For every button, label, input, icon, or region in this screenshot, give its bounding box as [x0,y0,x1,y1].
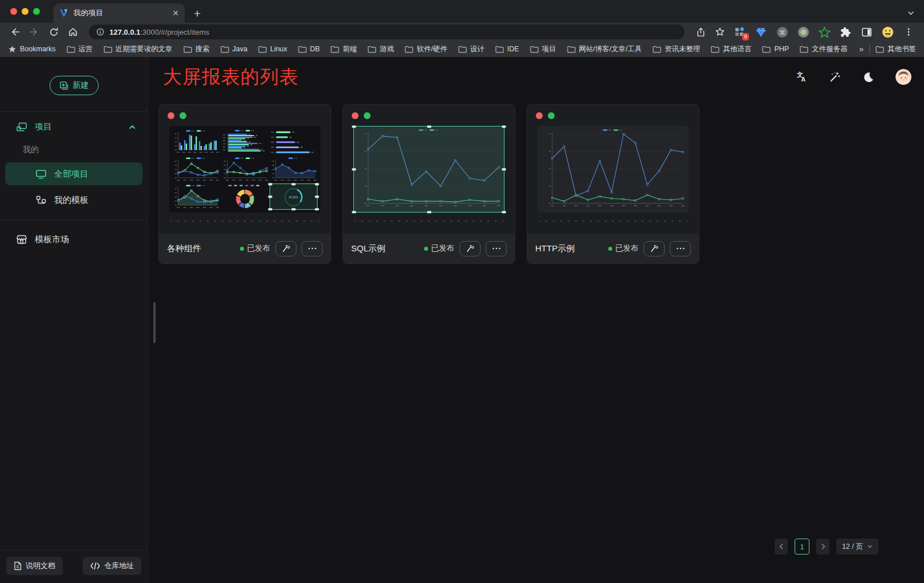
bookmark-folder[interactable]: 前端 [331,44,357,54]
bookmark-folder[interactable]: 资讯未整理 [653,44,701,54]
bookmark-folder[interactable]: 近期需要读的文章 [104,44,173,54]
bookmark-folder[interactable]: PHP [762,45,789,53]
next-page-button[interactable] [816,539,829,555]
language-icon[interactable]: 文A [795,71,807,83]
more-button[interactable] [486,241,507,256]
edit-button[interactable] [275,241,296,256]
scrollbar-thumb[interactable] [153,302,156,343]
back-icon[interactable] [7,25,23,39]
sidebar-item-my-templates[interactable]: 我的模板 [5,189,143,211]
edit-button[interactable] [459,241,481,256]
gem-extension-icon[interactable] [755,26,767,38]
sidebar-item-template-market[interactable]: 模板市场 [0,227,148,251]
more-button[interactable] [302,241,323,256]
new-tab-button[interactable]: + [194,7,201,19]
star-extension-icon[interactable] [818,26,831,38]
docs-button[interactable]: 说明文档 [6,557,63,575]
selection-overlay[interactable] [270,184,318,210]
user-avatar[interactable] [895,69,911,85]
bookmark-folder[interactable]: Linux [258,45,287,53]
bookmark-folder[interactable]: Java [221,45,247,53]
status-label: 已发布 [616,243,639,254]
blocks-extension-icon[interactable]: 9 [734,26,746,38]
selection-overlay[interactable] [353,126,504,213]
prev-page-button[interactable] [775,539,788,555]
bookmark-folder[interactable]: 软件/硬件 [405,44,447,54]
resize-handle[interactable] [427,125,431,128]
chevron-up-icon[interactable] [128,123,136,131]
resize-handle[interactable] [502,125,506,128]
resize-handle[interactable] [427,211,431,213]
tab-search-icon[interactable] [907,9,915,17]
forward-icon[interactable] [26,25,42,39]
goview-app: 新建 项目 我的 全部项目 我的模板 模板市场 说明文档 [0,57,924,583]
bookmarks-root[interactable]: Bookmarks [8,45,56,54]
bookmark-star-icon[interactable] [712,25,728,39]
reload-icon[interactable] [46,25,62,39]
resize-handle[interactable] [502,211,506,213]
project-preview[interactable]: 25.00% [169,126,320,213]
bookmark-folder[interactable]: 设计 [458,44,485,54]
bookmark-folder-label: 游戏 [380,44,394,54]
current-page-button[interactable]: 1 [795,539,809,555]
browser-tab[interactable]: 我的项目 ✕ [54,3,185,23]
edit-button[interactable] [644,241,665,256]
resize-handle[interactable] [352,125,356,128]
maximize-window-button[interactable] [33,8,40,15]
resize-handle[interactable] [315,195,319,198]
close-window-button[interactable] [10,8,17,15]
browser-menu-icon[interactable] [902,26,915,38]
card-status-dots [159,105,331,124]
command-extension-icon[interactable]: ⌘ [776,26,788,38]
page-size-select[interactable]: 12 / 页 [836,539,878,555]
bookmark-folder[interactable]: 运营 [67,44,93,54]
resize-handle[interactable] [352,168,356,170]
resize-handle[interactable] [268,208,272,210]
resize-handle[interactable] [502,168,506,170]
bookmark-folder[interactable]: IDE [495,45,519,53]
project-preview[interactable] [353,126,504,213]
new-project-button[interactable]: 新建 [50,76,99,95]
repo-button[interactable]: 仓库地址 [83,557,141,575]
status-dot-icon [240,247,244,251]
resize-handle[interactable] [315,183,319,185]
magic-wand-icon[interactable] [828,71,841,83]
puzzle-extensions-icon[interactable] [839,26,852,38]
bookmark-folder[interactable]: 其他语言 [711,44,751,54]
other-bookmarks[interactable]: 其他书签 [876,44,916,54]
dot-extension-icon[interactable] [797,26,809,38]
bookmark-folder-label: Java [233,45,247,53]
bookmark-folder-label: 网站/博客/文章/工具 [579,44,642,54]
share-icon[interactable] [693,25,709,39]
url-bar[interactable]: 127.0.0.1:3000/#/project/items [89,25,685,39]
side-panel-icon[interactable] [860,26,873,38]
folder-icon [331,46,339,53]
bookmark-folder[interactable]: 搜索 [184,44,210,54]
site-info-icon[interactable] [96,28,104,36]
minimize-window-button[interactable] [22,8,29,15]
folder-icon [800,46,808,53]
project-preview[interactable] [538,126,689,213]
resize-handle[interactable] [352,211,356,213]
sidebar-group-project[interactable]: 项目 [0,112,148,138]
folder-icon [495,46,504,53]
resize-handle[interactable] [315,208,319,210]
bookmark-folder[interactable]: DB [298,45,320,53]
folder-icon [458,46,467,53]
bookmark-folder[interactable]: 游戏 [368,44,394,54]
dark-mode-moon-icon[interactable] [862,71,874,83]
emoji-profile-icon[interactable] [881,26,894,38]
resize-handle[interactable] [292,208,296,210]
tab-close-icon[interactable]: ✕ [172,9,179,17]
home-icon[interactable] [65,25,81,39]
bookmarks-overflow-icon[interactable]: » [859,44,864,54]
resize-handle[interactable] [268,195,272,198]
resize-handle[interactable] [268,183,272,185]
more-button[interactable] [670,241,691,256]
bookmark-folder[interactable]: 网站/博客/文章/工具 [567,44,642,54]
sidebar-item-all-projects[interactable]: 全部项目 [5,162,143,185]
resize-handle[interactable] [292,183,296,185]
bookmark-folder[interactable]: 项目 [530,44,556,54]
dots-separator [539,218,687,225]
bookmark-folder[interactable]: 文件服务器 [800,44,848,54]
